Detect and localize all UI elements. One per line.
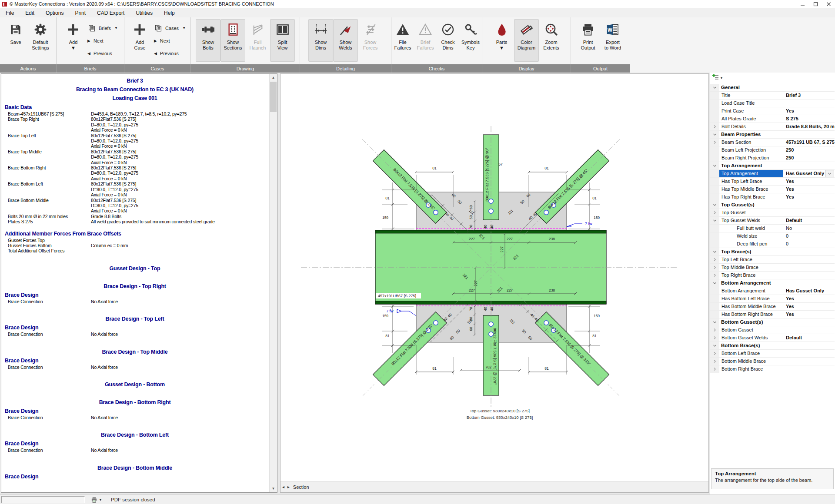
toolbar-button-cases[interactable]: Cases▼ bbox=[152, 22, 187, 34]
printer-dropdown-icon[interactable]: ▾ bbox=[100, 498, 101, 502]
prop-row-has-bottom-left-brace[interactable]: Has Bottom Left BraceYes bbox=[710, 295, 835, 303]
toolbar-button-briefs[interactable]: Briefs▼ bbox=[86, 22, 120, 34]
prop-row-beam-left-projection[interactable]: Beam Left Projection250 bbox=[710, 146, 835, 154]
prop-row-full-butt-weld[interactable]: Full butt weldNo bbox=[710, 225, 835, 232]
prop-row-has-top-left-brace[interactable]: Has Top Left BraceYes bbox=[710, 178, 835, 186]
prop-row-top-gusset[interactable]: Top Gusset bbox=[710, 209, 835, 217]
toolbar-button-parts[interactable]: Parts▼ bbox=[489, 19, 514, 62]
scroll-up-icon[interactable]: ▲ bbox=[270, 74, 277, 81]
toolbar-button-print-output[interactable]: PrintOutput bbox=[576, 19, 601, 62]
prop-row-top-arrangement[interactable]: Top ArrangementHas Gusset Only bbox=[710, 170, 835, 178]
scroll-thumb[interactable] bbox=[270, 82, 277, 112]
prop-row-bottom-middle-brace[interactable]: Bottom Middle Brace bbox=[710, 358, 835, 365]
prop-row-bottom-arrangement[interactable]: Bottom ArrangementHas Gusset Only bbox=[710, 287, 835, 295]
toolbar-button-next[interactable]: ▶Next bbox=[86, 34, 120, 47]
toolbar-button-file-failures[interactable]: FileFailures bbox=[391, 19, 414, 62]
prop-row-bottom-left-brace[interactable]: Bottom Left Brace bbox=[710, 350, 835, 358]
expand-icon[interactable] bbox=[710, 209, 719, 216]
prop-row-load-case-title[interactable]: Load Case Title bbox=[710, 99, 835, 107]
menu-item-print[interactable]: Print bbox=[69, 9, 91, 17]
collapse-icon[interactable] bbox=[710, 84, 719, 91]
toolbar-button-show-dims[interactable]: ShowDims bbox=[308, 19, 333, 62]
tab-section[interactable]: Section bbox=[293, 484, 309, 490]
menu-item-cad-export[interactable]: CAD Export bbox=[91, 9, 130, 17]
collapse-icon[interactable] bbox=[710, 279, 719, 287]
toolbar-button-add-case[interactable]: AddCase bbox=[127, 19, 152, 62]
prop-row-top-left-brace[interactable]: Top Left Brace bbox=[710, 256, 835, 264]
menu-item-options[interactable]: Options bbox=[40, 9, 69, 17]
toolbar-button-save[interactable]: Save bbox=[3, 19, 28, 62]
prop-row-bottom-gusset-welds[interactable]: Bottom Gusset WeldsDefault bbox=[710, 334, 835, 342]
toolbar-button-export-to-word[interactable]: WExportto Word bbox=[601, 19, 625, 62]
prop-row-top-right-brace[interactable]: Top Right Brace bbox=[710, 272, 835, 279]
toolbar-button-previous[interactable]: ◀Previous bbox=[86, 47, 120, 60]
scroll-down-icon[interactable]: ▼ bbox=[270, 485, 277, 492]
prop-group-beam-properties[interactable]: Beam Properties bbox=[710, 131, 835, 139]
prop-row-print-case[interactable]: Print CaseYes bbox=[710, 107, 835, 115]
status-printer[interactable]: ▾ bbox=[91, 497, 101, 503]
prop-row-beam-section[interactable]: Beam Section457x191 UB 67, S 275 bbox=[710, 139, 835, 146]
minimize-button[interactable] bbox=[796, 0, 809, 8]
prop-group-bottom-arrangement[interactable]: Bottom Arrangement bbox=[710, 279, 835, 287]
prop-row-has-top-middle-brace[interactable]: Has Top Middle BraceYes bbox=[710, 186, 835, 193]
expand-icon[interactable] bbox=[710, 256, 719, 263]
prop-group-bottom-brace-s[interactable]: Bottom Brace(s) bbox=[710, 342, 835, 350]
collapse-icon[interactable] bbox=[710, 201, 719, 209]
collapse-icon[interactable] bbox=[710, 342, 719, 349]
toolbar-button-previous[interactable]: ◀Previous bbox=[152, 47, 187, 60]
collapse-icon[interactable] bbox=[710, 318, 719, 326]
menu-item-help[interactable]: Help bbox=[158, 9, 180, 17]
expand-icon[interactable] bbox=[710, 350, 719, 357]
prop-row-bottom-gusset[interactable]: Bottom Gusset bbox=[710, 326, 835, 334]
expand-icon[interactable] bbox=[710, 326, 719, 334]
menu-item-file[interactable]: File bbox=[0, 9, 20, 17]
add-list-icon[interactable] bbox=[712, 73, 719, 82]
expand-icon[interactable] bbox=[710, 358, 719, 365]
toolbar-button-symbols-key[interactable]: SymbolsKey bbox=[459, 19, 482, 62]
prop-row-has-top-right-brace[interactable]: Has Top Right BraceYes bbox=[710, 193, 835, 201]
menu-item-utilities[interactable]: Utilities bbox=[130, 9, 158, 17]
connection-drawing[interactable]: 457x191UB67 [S 275] Top Gusset: 930x240x… bbox=[281, 74, 708, 481]
expand-icon[interactable] bbox=[710, 272, 719, 279]
toolbar-button-default-settings[interactable]: DefaultSettings bbox=[28, 19, 53, 62]
menu-item-edit[interactable]: Edit bbox=[20, 9, 40, 17]
toolbar-button-show-sections[interactable]: ShowSections bbox=[220, 19, 245, 62]
toolbar-button-show-welds[interactable]: ShowWelds bbox=[333, 19, 358, 62]
prop-group-general[interactable]: General bbox=[710, 84, 835, 92]
collapse-icon[interactable] bbox=[710, 162, 719, 169]
prop-row-weld-size[interactable]: Weld size0 bbox=[710, 232, 835, 240]
toolbar-button-show-bolts[interactable]: ShowBolts bbox=[196, 19, 220, 62]
collapse-icon[interactable] bbox=[710, 131, 719, 138]
toolbar-button-check-dims[interactable]: CheckDims bbox=[437, 19, 459, 62]
prop-row-has-bottom-middle-brace[interactable]: Has Bottom Middle BraceYes bbox=[710, 303, 835, 311]
expand-icon[interactable] bbox=[710, 365, 719, 373]
toolbar-button-zoom-extents[interactable]: ZoomExtents bbox=[539, 19, 564, 62]
prop-group-bottom-gusset-s[interactable]: Bottom Gusset(s) bbox=[710, 318, 835, 326]
toolbar-button-add[interactable]: Add▼ bbox=[61, 19, 86, 62]
dropdown-button[interactable] bbox=[825, 170, 834, 177]
tab-prev-next-icons[interactable]: ◂ ▸ bbox=[282, 484, 291, 489]
prop-row-beam-right-projection[interactable]: Beam Right Projection250 bbox=[710, 154, 835, 162]
expand-icon[interactable] bbox=[710, 123, 719, 130]
collapse-icon[interactable] bbox=[710, 217, 719, 224]
prop-row-has-bottom-right-brace[interactable]: Has Bottom Right BraceYes bbox=[710, 311, 835, 318]
prop-row-all-plates-grade[interactable]: All Plates GradeS 275 bbox=[710, 115, 835, 123]
prop-row-bolt-details[interactable]: Bolt DetailsGrade 8.8 Bolts, 20 mm bbox=[710, 123, 835, 131]
maximize-button[interactable] bbox=[809, 0, 822, 8]
toolbar-button-next[interactable]: ▶Next bbox=[152, 34, 187, 47]
prop-row-title[interactable]: TitleBrief 3 bbox=[710, 92, 835, 99]
prop-row-bottom-right-brace[interactable]: Bottom Right Brace bbox=[710, 365, 835, 373]
expand-icon[interactable] bbox=[710, 334, 719, 342]
close-button[interactable] bbox=[822, 0, 835, 8]
prop-row-top-middle-brace[interactable]: Top Middle Brace bbox=[710, 264, 835, 272]
prop-group-top-brace-s[interactable]: Top Brace(s) bbox=[710, 248, 835, 256]
collapse-icon[interactable] bbox=[710, 248, 719, 255]
list-dropdown-icon[interactable]: ▾ bbox=[721, 76, 722, 80]
toolbar-button-color-diagram[interactable]: ColorDiagram bbox=[514, 19, 539, 62]
prop-group-top-gusset-s[interactable]: Top Gusset(s) bbox=[710, 201, 835, 209]
expand-icon[interactable] bbox=[710, 264, 719, 271]
prop-row-top-gusset-welds[interactable]: Top Gusset WeldsDefault bbox=[710, 217, 835, 225]
toolbar-button-split-view[interactable]: SplitView bbox=[270, 19, 295, 62]
prop-row-deep-fillet-pen[interactable]: Deep fillet pen0 bbox=[710, 240, 835, 248]
report-scrollbar[interactable]: ▲ ▼ bbox=[269, 74, 277, 492]
